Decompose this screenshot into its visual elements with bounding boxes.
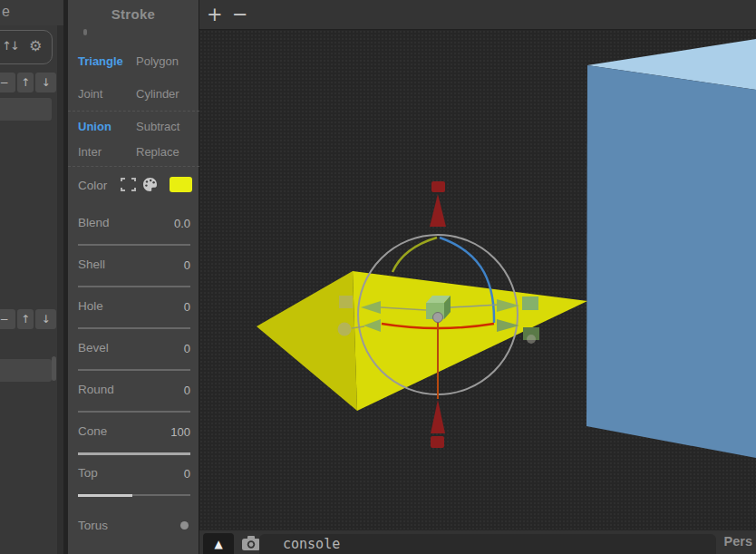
slider-row-top: Top 0 bbox=[68, 466, 199, 499]
slider-label: Blend bbox=[78, 216, 110, 229]
panel-title: Stroke bbox=[68, 6, 199, 22]
slider-label: Top bbox=[78, 466, 98, 480]
list-item-field-top[interactable] bbox=[0, 98, 52, 121]
add-button[interactable]: + bbox=[207, 2, 223, 27]
slider-track[interactable] bbox=[78, 286, 190, 287]
gizmo-ghost-dot[interactable] bbox=[338, 323, 352, 336]
slider-value[interactable]: 100 bbox=[170, 425, 190, 439]
slider-value[interactable]: 0 bbox=[184, 384, 190, 397]
slider-fill bbox=[78, 452, 190, 455]
gizmo-ghost-square[interactable] bbox=[339, 296, 353, 308]
left-sidebar: e ↑↓ ⚙ − ↑ ↓ − ↑ ↓ bbox=[0, 0, 63, 554]
scrollbar-thumb[interactable] bbox=[52, 356, 56, 381]
stroke-panel: Stroke Triangle Polygon Joint Cylinder U… bbox=[68, 0, 199, 554]
color-swatch[interactable] bbox=[170, 177, 192, 192]
sort-icon[interactable]: ↑↓ bbox=[2, 39, 18, 53]
sort-settings-pill: ↑↓ ⚙ bbox=[0, 30, 53, 64]
gizmo-arc-olive[interactable] bbox=[393, 238, 437, 272]
slider-row-bevel: Bevel 0 bbox=[68, 341, 199, 374]
move-up-button-2[interactable]: ↑ bbox=[17, 309, 34, 329]
gizmo-top-handle-cone[interactable] bbox=[430, 194, 446, 227]
color-label: Color bbox=[78, 179, 107, 192]
viewport-canvas[interactable] bbox=[199, 30, 756, 530]
slider-track[interactable] bbox=[78, 244, 190, 246]
slider-row-cone: Cone 100 bbox=[68, 424, 199, 457]
slider-value[interactable]: 0 bbox=[184, 300, 190, 314]
slider-track[interactable] bbox=[78, 369, 190, 371]
slider-track[interactable] bbox=[78, 452, 190, 454]
remove-item-button[interactable]: − bbox=[0, 73, 15, 92]
torus-toggle-dot[interactable] bbox=[180, 521, 189, 530]
camera-icon[interactable] bbox=[241, 535, 261, 551]
slider-row-blend: Blend 0.0 bbox=[68, 216, 199, 248]
list-toolbar-bottom: − ↑ ↓ bbox=[0, 309, 56, 329]
torus-label: Torus bbox=[78, 519, 108, 532]
slider-value[interactable]: 0 bbox=[184, 342, 190, 355]
gizmo-top-handle-cap[interactable] bbox=[431, 181, 445, 192]
gizmo-right-ghost-dot[interactable] bbox=[527, 335, 536, 344]
slider-fill bbox=[78, 494, 132, 497]
option-subtract[interactable]: Subtract bbox=[136, 120, 179, 133]
gizmo-right-upper-square[interactable] bbox=[522, 296, 538, 310]
option-replace[interactable]: Replace bbox=[136, 145, 179, 159]
list-toolbar-top: − ↑ ↓ bbox=[0, 73, 56, 92]
slider-label: Round bbox=[78, 383, 114, 396]
option-triangle[interactable]: Triangle bbox=[78, 54, 123, 68]
option-joint[interactable]: Joint bbox=[78, 87, 102, 101]
camera-mode-label[interactable]: Pers bbox=[724, 534, 752, 549]
slider-label: Bevel bbox=[78, 341, 109, 355]
slider-track[interactable] bbox=[78, 327, 190, 329]
play-button[interactable]: ▲ bbox=[203, 533, 234, 554]
slider-label: Shell bbox=[78, 258, 105, 271]
option-cylinder[interactable]: Cylinder bbox=[136, 87, 179, 101]
move-down-button-2[interactable]: ↓ bbox=[35, 309, 56, 329]
cone-left-face[interactable] bbox=[257, 271, 357, 411]
viewport-toolbar: + − bbox=[199, 0, 756, 30]
viewport-bottombar: ▲ Pers bbox=[199, 530, 756, 554]
remove-button[interactable]: − bbox=[232, 2, 248, 27]
sidebar-scroll-gutter[interactable] bbox=[57, 25, 63, 554]
slider-row-shell: Shell 0 bbox=[68, 258, 199, 290]
gizmo-bottom-handle-cap[interactable] bbox=[431, 436, 444, 448]
scene-svg bbox=[199, 30, 756, 530]
gizmo-bottom-handle-cone[interactable] bbox=[431, 400, 445, 433]
slider-value[interactable]: 0 bbox=[184, 467, 190, 481]
console-input[interactable] bbox=[259, 534, 716, 554]
panel-divider bbox=[68, 111, 199, 112]
option-inter[interactable]: Inter bbox=[78, 145, 102, 159]
color-picker-target-icon[interactable] bbox=[120, 176, 137, 193]
slider-row-round: Round 0 bbox=[68, 383, 199, 415]
slider-value[interactable]: 0 bbox=[184, 258, 190, 272]
app-window: e ↑↓ ⚙ − ↑ ↓ − ↑ ↓ Stroke Triangle Polyg… bbox=[0, 0, 756, 554]
torus-row: Torus bbox=[68, 517, 199, 537]
option-polygon[interactable]: Polygon bbox=[136, 54, 179, 68]
sidebar-header: e bbox=[0, 0, 63, 25]
remove-item-button-2[interactable]: − bbox=[0, 309, 15, 329]
gizmo-center-dot[interactable] bbox=[433, 313, 443, 323]
slider-value[interactable]: 0.0 bbox=[174, 217, 190, 230]
slider-row-hole: Hole 0 bbox=[68, 299, 199, 332]
move-up-button[interactable]: ↑ bbox=[17, 73, 34, 92]
gear-icon[interactable]: ⚙ bbox=[29, 37, 42, 54]
list-item-field-bottom[interactable] bbox=[0, 359, 52, 382]
slider-label: Cone bbox=[78, 424, 107, 438]
move-down-button[interactable]: ↓ bbox=[35, 73, 56, 92]
cone-right-face[interactable] bbox=[353, 271, 587, 411]
box-front-face[interactable] bbox=[586, 65, 756, 458]
palette-icon[interactable] bbox=[141, 176, 159, 193]
slider-label: Hole bbox=[78, 299, 103, 313]
panel-divider bbox=[68, 166, 199, 167]
slider-track[interactable] bbox=[78, 411, 190, 413]
panel-scroll-indicator bbox=[83, 29, 87, 35]
option-union[interactable]: Union bbox=[78, 120, 111, 133]
viewport: + − bbox=[199, 0, 756, 554]
sidebar-title-fragment: e bbox=[2, 4, 10, 20]
slider-track[interactable] bbox=[78, 494, 190, 496]
